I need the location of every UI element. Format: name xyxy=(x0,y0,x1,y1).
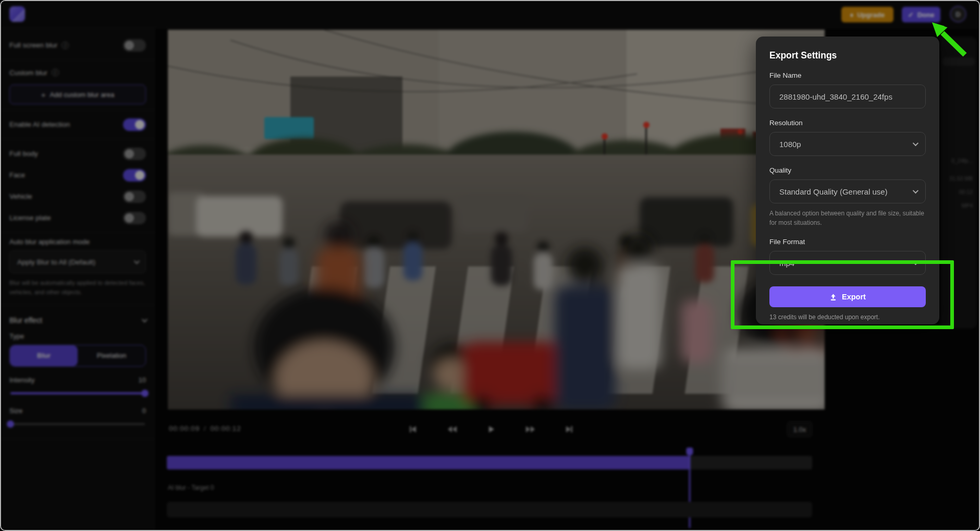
export-button-label: Export xyxy=(842,293,866,301)
license-plate-toggle[interactable] xyxy=(123,212,146,224)
top-bar: ♦ Upgrade ✓ Done D xyxy=(1,1,979,28)
file-info-panel-partial: 0_24fp... 31.53 MB 00:12 MP4 xyxy=(940,37,977,329)
resolution-select[interactable]: 1080p xyxy=(769,132,926,156)
add-custom-blur-area-button[interactable]: + Add custom blur area xyxy=(9,85,146,104)
auto-blur-mode-value: Apply Blur to All (Default) xyxy=(17,258,95,266)
intensity-value: 10 xyxy=(139,376,146,384)
enable-ai-detection-toggle[interactable] xyxy=(123,118,146,131)
file-size-fragment: 31.53 MB xyxy=(949,175,973,182)
chevron-down-icon xyxy=(142,317,148,322)
full-screen-blur-row: Full screen bluri xyxy=(9,34,146,56)
upload-icon xyxy=(829,293,837,301)
divider xyxy=(1,139,154,139)
skip-end-button[interactable] xyxy=(561,421,577,437)
full-screen-blur-toggle[interactable] xyxy=(123,39,146,52)
app-logo[interactable] xyxy=(9,6,25,22)
playback-controls xyxy=(405,421,577,437)
playhead-handle[interactable] xyxy=(686,448,693,455)
vehicle-label: Vehicle xyxy=(9,192,32,200)
add-custom-blur-area-label: Add custom blur area xyxy=(50,91,115,99)
gem-icon: ♦ xyxy=(850,11,854,19)
credits-note: 13 credits will be deducted upon export. xyxy=(769,313,926,321)
play-button[interactable] xyxy=(483,421,499,437)
file-info-header-fragment xyxy=(942,57,975,66)
fast-forward-button[interactable] xyxy=(522,421,538,437)
file-format-value: mp4 xyxy=(779,259,794,268)
intensity-label: Intensity xyxy=(9,376,34,384)
face-toggle[interactable] xyxy=(123,169,146,182)
quality-select[interactable]: Standard Quality (General use) xyxy=(769,179,926,203)
face-label: Face xyxy=(9,171,25,179)
quality-value: Standard Quality (General use) xyxy=(779,187,888,196)
auto-blur-mode-select[interactable]: Apply Blur to All (Default) xyxy=(9,250,146,273)
timeline-track[interactable] xyxy=(167,456,812,469)
intensity-slider[interactable] xyxy=(10,392,145,394)
format-fragment: MP4 xyxy=(961,202,973,209)
resolution-label: Resolution xyxy=(769,119,926,127)
divider xyxy=(1,232,154,233)
file-format-label: File Format xyxy=(769,238,926,246)
vehicle-toggle[interactable] xyxy=(123,190,146,203)
ai-blur-track[interactable] xyxy=(167,502,812,517)
divider xyxy=(1,59,154,60)
user-avatar[interactable]: D xyxy=(950,6,966,22)
divider xyxy=(1,110,154,110)
sidebar: Full screen bluri Custom bluri + Add cus… xyxy=(1,28,155,530)
blur-effect-header[interactable]: Blur effect xyxy=(9,309,146,331)
timeline: AI blur - Target 0 xyxy=(167,448,812,526)
size-value: 0 xyxy=(142,407,146,415)
skip-start-button[interactable] xyxy=(405,421,421,437)
face-row: Face xyxy=(9,164,146,186)
tab-blur[interactable]: Blur xyxy=(10,345,78,366)
file-format-select[interactable]: mp4 xyxy=(769,251,926,275)
playback-speed-button[interactable]: 1.0x xyxy=(787,421,812,437)
upgrade-label: Upgrade xyxy=(857,11,885,19)
full-body-toggle[interactable] xyxy=(123,148,146,160)
check-icon: ✓ xyxy=(908,11,914,19)
type-label: Type xyxy=(9,332,146,340)
auto-blur-mode-help: Blur will be automatically applied to de… xyxy=(9,279,146,297)
info-icon[interactable]: i xyxy=(52,69,59,76)
rewind-button[interactable] xyxy=(444,421,460,437)
license-plate-row: License plate xyxy=(9,207,146,228)
duration-fragment: 00:12 xyxy=(959,189,973,195)
duration: 00:00:12 xyxy=(211,425,241,432)
divider xyxy=(1,439,154,439)
blur-effect-title: Blur effect xyxy=(9,316,42,324)
export-settings-modal: Export Settings File Name 2881980-uhd_38… xyxy=(756,37,939,324)
modal-title: Export Settings xyxy=(769,50,926,61)
info-icon[interactable]: i xyxy=(62,42,69,49)
full-screen-blur-label: Full screen blur xyxy=(9,41,57,49)
chevron-down-icon xyxy=(913,140,918,146)
size-row: Size 0 xyxy=(9,407,146,415)
size-slider[interactable] xyxy=(10,423,145,425)
video-preview xyxy=(168,30,825,409)
custom-blur-label: Custom blur xyxy=(9,69,47,77)
enable-ai-detection-row: Enable AI detection xyxy=(9,114,146,135)
quality-help-text: A balanced option between quality and fi… xyxy=(769,209,926,227)
divider xyxy=(1,305,154,305)
size-slider-thumb[interactable] xyxy=(7,420,14,428)
full-body-row: Full body xyxy=(9,143,146,164)
vehicle-row: Vehicle xyxy=(9,186,146,207)
quality-label: Quality xyxy=(769,166,926,174)
file-name-input[interactable]: 2881980-uhd_3840_2160_24fps xyxy=(769,85,926,108)
tab-pixelation[interactable]: Pixelation xyxy=(78,345,145,366)
chevron-down-icon xyxy=(913,259,918,265)
size-label: Size xyxy=(9,407,22,415)
full-body-label: Full body xyxy=(9,150,38,158)
intensity-slider-thumb[interactable] xyxy=(141,390,149,397)
plus-icon: + xyxy=(41,90,46,99)
export-button[interactable]: Export xyxy=(769,286,926,307)
chevron-down-icon xyxy=(913,188,918,194)
done-button[interactable]: ✓ Done xyxy=(902,7,940,22)
video-frame-image xyxy=(168,30,825,409)
file-name-value: 2881980-uhd_3840_2160_24fps xyxy=(779,92,892,101)
blur-type-segmented-control: Blur Pixelation xyxy=(9,345,146,367)
timecode: 00:00:09/00:00:12 xyxy=(169,425,241,432)
done-label: Done xyxy=(917,11,935,19)
upgrade-button[interactable]: ♦ Upgrade xyxy=(841,7,893,22)
enable-ai-detection-label: Enable AI detection xyxy=(9,120,70,128)
timeline-progress xyxy=(167,456,690,469)
file-name-label: File Name xyxy=(769,71,926,79)
